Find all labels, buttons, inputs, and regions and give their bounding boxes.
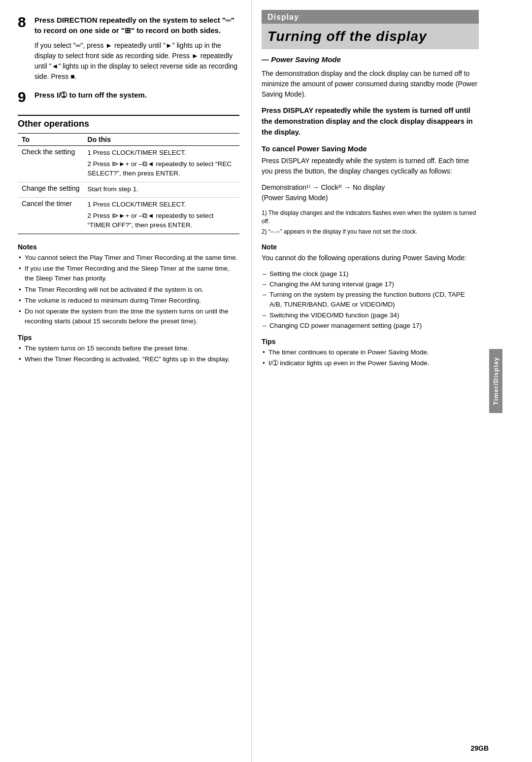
left-column: 8 Press DIRECTION repeatedly on the syst… — [0, 0, 251, 762]
notes-list: You cannot select the Play Timer and Tim… — [18, 253, 239, 327]
display-header: Display — [262, 10, 479, 24]
power-saving-subtitle: — Power Saving Mode — [262, 55, 479, 64]
footnotes: 1) The display changes and the indicator… — [262, 209, 479, 236]
col-to: To — [18, 134, 84, 146]
step-9-title: Press I/➀ to turn off the system. — [34, 90, 239, 100]
step-8-body: If you select "═", press ► repeatedly un… — [34, 40, 239, 82]
notes-label: Notes — [18, 243, 239, 251]
list-item: The volume is reduced to minimum during … — [18, 296, 239, 306]
step-8-number: 8 — [18, 15, 31, 82]
press-display-bold: Press DISPLAY repeatedly while the syste… — [262, 105, 479, 138]
sidebar-tab: Timer/Display — [489, 349, 502, 413]
tips-list: The system turns on 15 seconds before th… — [18, 344, 239, 365]
to-cell: Change the setting — [18, 182, 84, 198]
col-do: Do this — [84, 134, 239, 146]
intro-text: The demonstration display and the clock … — [262, 69, 479, 100]
to-cell: Check the setting — [18, 146, 84, 182]
footnote-item: 2) “--.--” appears in the display if you… — [262, 228, 479, 236]
list-item: You cannot select the Play Timer and Tim… — [18, 253, 239, 263]
right-tips-list: The timer continues to operate in Power … — [262, 347, 479, 369]
step-8-title: Press DIRECTION repeatedly on the system… — [34, 15, 239, 35]
list-item: I/➀ indicator lights up even in the Powe… — [262, 358, 479, 368]
note-label: Note — [262, 243, 479, 251]
note-text: You cannot do the following operations d… — [262, 253, 479, 263]
do-cell: 1 Press CLOCK/TIMER SELECT.2 Press ⧐►+ o… — [84, 146, 239, 182]
step-item: 1 Press CLOCK/TIMER SELECT. — [88, 148, 235, 158]
turning-off-title: Turning off the display — [267, 29, 473, 44]
do-cell: 1 Press CLOCK/TIMER SELECT.2 Press ⧐►+ o… — [84, 198, 239, 234]
operations-table: To Do this Check the setting1 Press CLOC… — [18, 133, 239, 234]
list-item: The Timer Recording will not be activate… — [18, 285, 239, 295]
turning-off-banner: Turning off the display — [262, 24, 479, 49]
list-item: The timer continues to operate in Power … — [262, 347, 479, 357]
table-row: Check the setting1 Press CLOCK/TIMER SEL… — [18, 146, 239, 182]
step-item: Start from step 1. — [88, 184, 235, 194]
do-cell: Start from step 1. — [84, 182, 239, 198]
list-item: When the Timer Recording is activated, “… — [18, 354, 239, 364]
to-cancel-title: To cancel Power Saving Mode — [262, 144, 479, 153]
note-items-list: Setting the clock (page 11)Changing the … — [262, 269, 479, 331]
list-item: Turning on the system by pressing the fu… — [262, 290, 479, 310]
list-item: Do not operate the system from the time … — [18, 307, 239, 327]
cycle-text: Demonstration¹⁽ → Clock²⁽ → No display (… — [262, 182, 479, 203]
notes-section: Notes You cannot select the Play Timer a… — [18, 243, 239, 327]
table-row: Change the settingStart from step 1. — [18, 182, 239, 198]
page-number: 29GB — [470, 744, 489, 752]
step-9-number: 9 — [18, 90, 31, 105]
list-item: Switching the VIDEO/MD function (page 34… — [262, 311, 479, 320]
list-item: The system turns on 15 seconds before th… — [18, 344, 239, 353]
list-item: If you use the Timer Recording and the S… — [18, 264, 239, 284]
list-item: Changing the AM tuning interval (page 17… — [262, 279, 479, 289]
cycle-text-content: Demonstration¹⁽ → Clock²⁽ → No display — [262, 183, 385, 191]
other-operations-section: Other operations To Do this Check the se… — [18, 115, 239, 234]
step-8-content: Press DIRECTION repeatedly on the system… — [34, 15, 239, 82]
table-row: Cancel the timer1 Press CLOCK/TIMER SELE… — [18, 198, 239, 234]
tips-label: Tips — [18, 334, 239, 342]
step-item: 1 Press CLOCK/TIMER SELECT. — [88, 200, 235, 209]
list-item: Setting the clock (page 11) — [262, 269, 479, 279]
step-9-content: Press I/➀ to turn off the system. — [34, 90, 239, 105]
display-header-text: Display — [267, 13, 299, 21]
tips-section: Tips The system turns on 15 seconds befo… — [18, 334, 239, 365]
right-tips-label: Tips — [262, 338, 479, 346]
list-item: Changing CD power management setting (pa… — [262, 321, 479, 331]
step-item: 2 Press ⧐►+ or –⧉◄ repeatedly to select … — [88, 159, 235, 178]
other-operations-title: Other operations — [18, 115, 239, 129]
step-item: 2 Press ⧐►+ or –⧉◄ repeatedly to select … — [88, 211, 235, 230]
cycle-sub: (Power Saving Mode) — [262, 194, 328, 202]
footnote-item: 1) The display changes and the indicator… — [262, 209, 479, 226]
to-cell: Cancel the timer — [18, 198, 84, 234]
right-content: Display Turning off the display — Power … — [262, 10, 493, 369]
step-9: 9 Press I/➀ to turn off the system. — [18, 90, 239, 105]
cancel-body: Press DISPLAY repeatedly while the syste… — [262, 156, 479, 176]
right-column: Display Turning off the display — Power … — [251, 0, 502, 762]
step-8: 8 Press DIRECTION repeatedly on the syst… — [18, 15, 239, 82]
